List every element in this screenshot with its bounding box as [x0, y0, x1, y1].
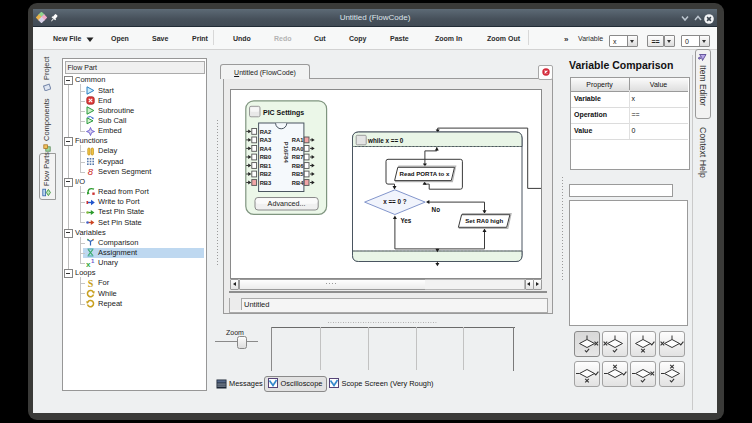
svg-text:RA4: RA4	[260, 146, 272, 152]
svg-text:RA1: RA1	[292, 137, 304, 143]
svg-text:8: 8	[87, 167, 93, 176]
svg-text:RB6: RB6	[292, 163, 304, 169]
svg-text:RB3: RB3	[260, 180, 272, 186]
svg-text:while x == 0: while x == 0	[367, 137, 404, 144]
svg-text:Yes: Yes	[401, 217, 412, 224]
svg-text:RB4: RB4	[292, 180, 304, 186]
svg-text:x == 0 ?: x == 0 ?	[383, 198, 407, 205]
svg-text:Advanced...: Advanced...	[268, 199, 306, 208]
svg-text:RB0: RB0	[260, 154, 272, 160]
svg-text:S: S	[87, 279, 93, 288]
svg-text:RA3: RA3	[260, 137, 272, 143]
svg-text:RA2: RA2	[260, 129, 272, 135]
svg-text:RB5: RB5	[292, 171, 304, 177]
svg-text:P16F84: P16F84	[283, 142, 290, 164]
svg-text:RB1: RB1	[260, 163, 272, 169]
svg-text:No: No	[432, 206, 441, 213]
svg-text:PIC Settings: PIC Settings	[263, 109, 304, 117]
svg-text:Set RA0 high: Set RA0 high	[465, 217, 503, 224]
svg-text:RB2: RB2	[260, 171, 272, 177]
svg-text:Read PORTA to x: Read PORTA to x	[400, 170, 450, 177]
svg-text:RB7: RB7	[292, 154, 304, 160]
svg-text:1: 1	[91, 258, 95, 264]
svg-text:RA0: RA0	[292, 146, 304, 152]
